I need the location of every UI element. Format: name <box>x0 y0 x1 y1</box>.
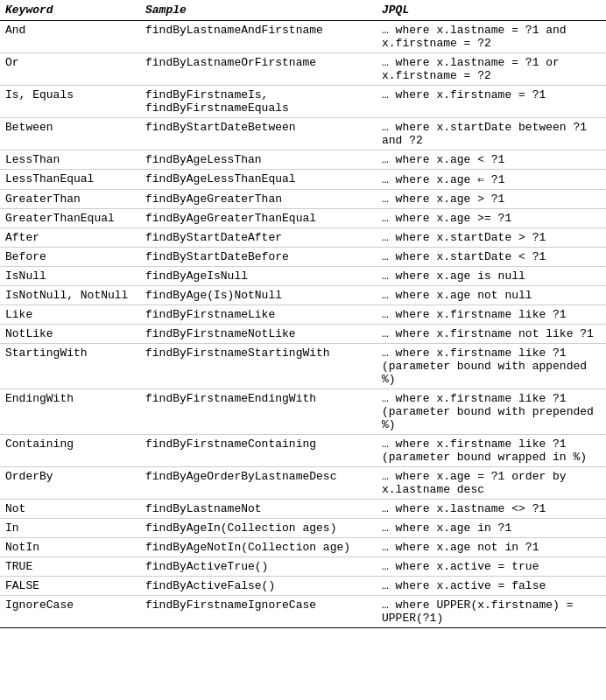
keyword-cell: Between <box>0 118 140 150</box>
table-row: OrderByfindByAgeOrderByLastnameDesc… whe… <box>0 467 606 500</box>
sample-cell: findByAgeIsNull <box>140 267 377 286</box>
sample-cell: findByAgeLessThan <box>140 150 377 170</box>
table-row: NotInfindByAgeNotIn(Collection age)… whe… <box>0 538 606 557</box>
keyword-cell: LessThan <box>0 150 140 170</box>
keyword-cell: OrderBy <box>0 467 140 500</box>
jpql-cell: … where x.age < ?1 <box>377 150 606 170</box>
table-row: IgnoreCasefindByFirstnameIgnoreCase… whe… <box>0 596 606 628</box>
keyword-cell: GreaterThan <box>0 190 140 209</box>
keyword-cell: IsNull <box>0 267 140 286</box>
table-row: GreaterThanEqualfindByAgeGreaterThanEqua… <box>0 209 606 228</box>
header-jpql: JPQL <box>377 0 606 21</box>
sample-cell: findByAgeGreaterThanEqual <box>140 209 377 228</box>
table-row: TRUEfindByActiveTrue()… where x.active =… <box>0 557 606 577</box>
sample-cell: findByFirstnameIgnoreCase <box>140 596 377 628</box>
jpql-cell: … where x.age not null <box>377 286 606 305</box>
jpql-cell: … where x.lastname = ?1 and x.firstname … <box>377 21 606 53</box>
jpql-cell: … where x.age > ?1 <box>377 190 606 209</box>
jpql-cell: … where x.firstname like ?1 (parameter b… <box>377 344 606 389</box>
header-keyword: Keyword <box>0 0 140 21</box>
jpql-cell: … where x.firstname like ?1 (parameter b… <box>377 435 606 467</box>
jpql-cell: … where x.lastname <> ?1 <box>377 500 606 519</box>
jpql-cell: … where x.age = ?1 order by x.lastname d… <box>377 467 606 500</box>
table-row: LikefindByFirstnameLike… where x.firstna… <box>0 305 606 325</box>
jpql-cell: … where x.startDate < ?1 <box>377 248 606 267</box>
sample-cell: findByLastnameAndFirstname <box>140 21 377 53</box>
keyword-cell: NotIn <box>0 538 140 557</box>
jpql-cell: … where x.startDate between ?1 and ?2 <box>377 118 606 150</box>
jpql-cell: … where x.firstname not like ?1 <box>377 325 606 344</box>
keyword-cell: GreaterThanEqual <box>0 209 140 228</box>
keyword-cell: Or <box>0 53 140 86</box>
jpql-cell: … where x.age not in ?1 <box>377 538 606 557</box>
sample-cell: findByLastnameOrFirstname <box>140 53 377 86</box>
table-row: NotLikefindByFirstnameNotLike… where x.f… <box>0 325 606 344</box>
jpql-cell: … where x.firstname = ?1 <box>377 86 606 118</box>
table-row: LessThanEqualfindByAgeLessThanEqual… whe… <box>0 170 606 190</box>
table-row: ContainingfindByFirstnameContaining… whe… <box>0 435 606 467</box>
sample-cell: findByFirstnameLike <box>140 305 377 325</box>
table-row: LessThanfindByAgeLessThan… where x.age <… <box>0 150 606 170</box>
table-row: EndingWithfindByFirstnameEndingWith… whe… <box>0 389 606 435</box>
jpql-cell: … where x.lastname = ?1 or x.firstname =… <box>377 53 606 86</box>
table-row: IsNullfindByAgeIsNull… where x.age is nu… <box>0 267 606 286</box>
sample-cell: findByAgeGreaterThan <box>140 190 377 209</box>
jpql-cell: … where x.age ⇐ ?1 <box>377 170 606 190</box>
keyword-cell: Is, Equals <box>0 86 140 118</box>
sample-cell: findByActiveFalse() <box>140 577 377 596</box>
jpql-cell: … where x.firstname like ?1 (parameter b… <box>377 389 606 435</box>
sample-cell: findByFirstnameContaining <box>140 435 377 467</box>
sample-cell: findByFirstnameStartingWith <box>140 344 377 389</box>
sample-cell: findByAgeOrderByLastnameDesc <box>140 467 377 500</box>
keyword-cell: EndingWith <box>0 389 140 435</box>
keyword-cell: After <box>0 228 140 248</box>
keyword-cell: NotLike <box>0 325 140 344</box>
jpql-cell: … where x.active = true <box>377 557 606 577</box>
sample-cell: findByStartDateBefore <box>140 248 377 267</box>
header-sample: Sample <box>140 0 377 21</box>
sample-cell: findByAge(Is)NotNull <box>140 286 377 305</box>
keyword-cell: In <box>0 519 140 538</box>
table-row: StartingWithfindByFirstnameStartingWith…… <box>0 344 606 389</box>
sample-cell: findByAgeNotIn(Collection age) <box>140 538 377 557</box>
jpql-cell: … where x.startDate > ?1 <box>377 228 606 248</box>
jpql-cell: … where x.age is null <box>377 267 606 286</box>
table-row: GreaterThanfindByAgeGreaterThan… where x… <box>0 190 606 209</box>
table-row: AfterfindByStartDateAfter… where x.start… <box>0 228 606 248</box>
sample-cell: findByStartDateAfter <box>140 228 377 248</box>
sample-cell: findByStartDateBetween <box>140 118 377 150</box>
jpql-cell: … where x.age in ?1 <box>377 519 606 538</box>
sample-cell: findByFirstnameEndingWith <box>140 389 377 435</box>
sample-cell: findByFirstnameNotLike <box>140 325 377 344</box>
sample-cell: findByLastnameNot <box>140 500 377 519</box>
keyword-cell: Before <box>0 248 140 267</box>
table-row: BeforefindByStartDateBefore… where x.sta… <box>0 248 606 267</box>
keyword-cell: StartingWith <box>0 344 140 389</box>
sample-cell: findByActiveTrue() <box>140 557 377 577</box>
keyword-cell: And <box>0 21 140 53</box>
keyword-cell: Not <box>0 500 140 519</box>
keyword-cell: TRUE <box>0 557 140 577</box>
table-row: InfindByAgeIn(Collection ages)… where x.… <box>0 519 606 538</box>
keyword-cell: LessThanEqual <box>0 170 140 190</box>
table-row: OrfindByLastnameOrFirstname… where x.las… <box>0 53 606 86</box>
keyword-cell: IsNotNull, NotNull <box>0 286 140 305</box>
table-row: AndfindByLastnameAndFirstname… where x.l… <box>0 21 606 53</box>
table-row: IsNotNull, NotNullfindByAge(Is)NotNull… … <box>0 286 606 305</box>
keyword-cell: FALSE <box>0 577 140 596</box>
jpql-cell: … where UPPER(x.firstname) = UPPER(?1) <box>377 596 606 628</box>
sample-cell: findByAgeLessThanEqual <box>140 170 377 190</box>
keyword-cell: IgnoreCase <box>0 596 140 628</box>
table-row: NotfindByLastnameNot… where x.lastname <… <box>0 500 606 519</box>
keyword-cell: Like <box>0 305 140 325</box>
table-row: BetweenfindByStartDateBetween… where x.s… <box>0 118 606 150</box>
table-row: FALSEfindByActiveFalse()… where x.active… <box>0 577 606 596</box>
jpql-cell: … where x.firstname like ?1 <box>377 305 606 325</box>
sample-cell: findByFirstnameIs,findByFirstnameEquals <box>140 86 377 118</box>
sample-cell: findByAgeIn(Collection ages) <box>140 519 377 538</box>
jpql-cell: … where x.age >= ?1 <box>377 209 606 228</box>
table-row: Is, EqualsfindByFirstnameIs,findByFirstn… <box>0 86 606 118</box>
keyword-cell: Containing <box>0 435 140 467</box>
jpql-cell: … where x.active = false <box>377 577 606 596</box>
